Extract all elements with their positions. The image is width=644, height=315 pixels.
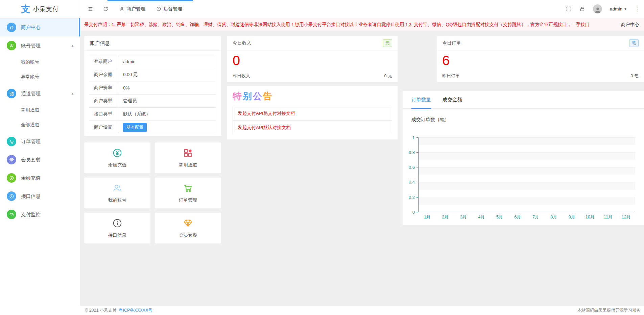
gem-icon	[183, 218, 193, 230]
row-value: admin	[118, 55, 216, 68]
sidebar-toggle-icon[interactable]	[88, 6, 93, 12]
quick-label: 常用通道	[179, 162, 197, 168]
more-menu-icon[interactable]: ⋮	[635, 5, 641, 12]
today-income-value: 0	[233, 54, 398, 67]
card-title: 账户信息	[84, 36, 221, 51]
table-row: 登录商户admin	[89, 55, 216, 68]
copyright-text: © 2021 小呆支付	[85, 308, 117, 313]
row-value: 默认（系统）	[118, 108, 216, 121]
sidebar-item-api-info[interactable]: 接口信息	[0, 187, 80, 205]
y-tick: 1	[403, 135, 415, 140]
x-tick: 3月	[454, 214, 473, 221]
announcement-title: 特别公告	[233, 90, 392, 102]
basic-config-button[interactable]: 基本配置	[123, 123, 147, 132]
tab-transaction-amount[interactable]: 成交金额	[443, 91, 462, 108]
sidebar-subitem-abnormal-account[interactable]: 异常账号	[0, 70, 80, 84]
username: admin	[610, 6, 622, 11]
refresh-icon[interactable]	[103, 6, 109, 12]
sidebar-item-account-management[interactable]: 账号管理 ▲	[0, 36, 80, 55]
quick-member-packages[interactable]: 会员套餐	[155, 213, 221, 243]
yen-icon	[7, 173, 16, 183]
quick-balance-recharge[interactable]: 余额充值	[84, 142, 150, 173]
home-icon	[7, 23, 16, 32]
y-tick: 0.2	[403, 195, 415, 200]
x-tick: 5月	[491, 214, 509, 221]
yesterday-label: 昨日订单	[442, 73, 460, 79]
sidebar-item-member-packages[interactable]: 会员套餐	[0, 151, 80, 169]
nav-label: 商户管理	[126, 6, 145, 12]
quick-common-channels[interactable]: 常用通道	[155, 142, 221, 173]
x-tick: 8月	[545, 214, 563, 221]
row-label: 商户类型	[89, 95, 118, 108]
notice-marquee: 呆支付声明：1. 严禁一切淫秽、涉赌、政治、钓鱼、诈骗、理财、借贷、封建迷信等非…	[80, 22, 615, 28]
today-orders-value: 6	[442, 54, 644, 67]
footer-right-text: 本站源码由呆呆提供开源学习服务	[577, 308, 641, 313]
x-tick: 4月	[473, 214, 491, 221]
sidebar-subitem-my-account[interactable]: 我的账号	[0, 55, 80, 70]
sidebar-subitem-common-channels[interactable]: 常用通道	[0, 103, 80, 117]
chart-card: 订单数量 成交金额 成交订单数（笔） 1 0.8 0.6 0.4 0.2 0	[403, 91, 644, 225]
chart-plot-area	[418, 137, 635, 212]
y-tick: 0.6	[403, 165, 415, 170]
quick-label: 接口信息	[108, 232, 126, 238]
sidebar-item-balance-recharge[interactable]: 余额充值	[0, 169, 80, 187]
footer: © 2021 小呆支付 粤ICP备XXXXX号 本站源码由呆呆提供开源学习服务	[80, 306, 644, 315]
info-icon	[112, 218, 122, 230]
table-row: 接口类型默认（系统）	[89, 108, 216, 121]
app-root: 支 小呆支付 商户管理 后台管理 adm	[0, 0, 644, 315]
quick-order-management[interactable]: 订单管理	[155, 178, 221, 208]
chevron-down-icon: ▼	[624, 7, 627, 11]
row-value: 基本配置	[118, 121, 216, 134]
x-tick: 9月	[563, 214, 581, 221]
unit-badge: 笔	[629, 39, 639, 47]
today-orders-card: 今日订单 笔 6 昨日订单 0 笔	[437, 36, 644, 82]
x-tick: 12月	[617, 214, 636, 221]
sidebar-item-payment-monitor[interactable]: 支付监控	[0, 205, 80, 224]
table-row: 商户设置基本配置	[89, 121, 216, 134]
today-income-card: 今日收入 元 0 昨日收入 0 元	[227, 36, 398, 82]
logo-icon: 支	[21, 3, 30, 15]
person-icon	[119, 6, 124, 11]
sidebar-item-label: 接口信息	[21, 193, 41, 200]
grid-icon	[183, 148, 193, 159]
grid-icon	[7, 89, 16, 98]
user-menu[interactable]: admin ▼	[610, 6, 627, 11]
y-tick: 0.4	[403, 180, 415, 185]
fullscreen-icon[interactable]	[566, 6, 572, 12]
sidebar-subitem-all-channels[interactable]: 全部通道	[0, 117, 80, 132]
yesterday-value: 0 笔	[630, 73, 639, 79]
yesterday-value: 0 元	[384, 73, 392, 79]
sidebar-item-merchant-center[interactable]: 商户中心	[0, 18, 80, 36]
account-info-table: 登录商户admin 商户余额0.00 元 商户费率0% 商户类型管理员 接口类型…	[89, 55, 216, 134]
sidebar-item-channel-management[interactable]: 通道管理 ▲	[0, 84, 80, 103]
sidebar-item-order-management[interactable]: 订单管理	[0, 132, 80, 151]
clock-icon	[156, 6, 161, 11]
y-tick: 0	[403, 210, 415, 215]
lock-icon[interactable]	[579, 6, 585, 12]
nav-backend-management[interactable]: 后台管理	[156, 6, 182, 12]
avatar[interactable]	[593, 4, 602, 14]
quick-label: 会员套餐	[179, 232, 197, 238]
doc-link-yipay[interactable]: 发起支付API易支付对接文档	[233, 106, 392, 121]
stat-title: 今日订单	[442, 40, 461, 46]
sidebar-item-label: 商户中心	[21, 24, 41, 31]
quick-my-account[interactable]: 我的账号	[84, 178, 150, 208]
progress-bar	[108, 0, 193, 1]
gauge-icon	[7, 210, 16, 219]
stat-title: 今日收入	[233, 40, 252, 46]
announcement-list: 发起支付API易支付对接文档 发起支付API默认对接文档	[233, 106, 392, 135]
x-tick: 1月	[418, 214, 436, 221]
icp-link[interactable]: 粤ICP备XXXXX号	[119, 308, 152, 313]
quick-label: 我的账号	[108, 197, 126, 203]
tab-order-count[interactable]: 订单数量	[411, 91, 431, 109]
x-tick: 10月	[581, 214, 599, 221]
sidebar-item-label: 订单管理	[21, 138, 41, 145]
nav-merchant-management[interactable]: 商户管理	[119, 6, 145, 12]
row-value: 管理员	[118, 95, 216, 108]
quick-api-info[interactable]: 接口信息	[84, 213, 150, 243]
logo[interactable]: 支 小呆支付	[0, 0, 80, 18]
doc-link-default[interactable]: 发起支付API默认对接文档	[233, 121, 392, 135]
quick-actions: 余额充值 常用通道 我的账号 订单管理 接口信息 会员套餐	[84, 142, 221, 243]
row-label: 登录商户	[89, 55, 118, 68]
unit-badge: 元	[383, 39, 392, 47]
